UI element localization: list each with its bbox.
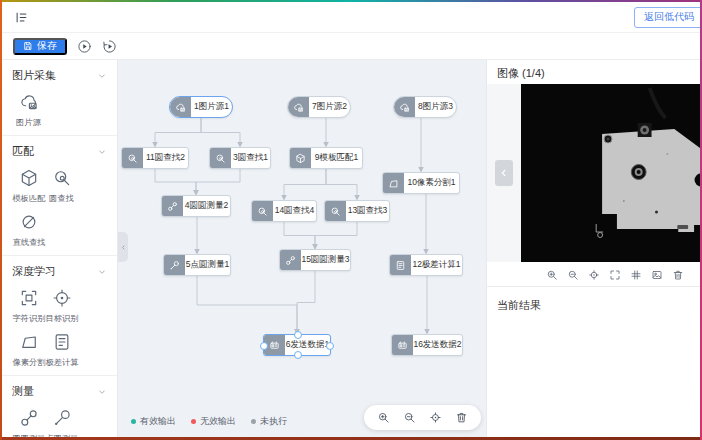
flow-node-n15[interactable]: 15圆圆测量3 xyxy=(279,249,351,271)
run-button[interactable] xyxy=(76,38,92,54)
send-data-icon xyxy=(392,335,413,355)
circle-find-icon xyxy=(252,201,273,221)
flow-node-n14[interactable]: 14圆查找4 xyxy=(251,200,317,222)
flow-node-n16[interactable]: 16发送数据2 xyxy=(391,334,463,356)
zoom-in-icon[interactable] xyxy=(377,411,390,424)
fullscreen-icon[interactable] xyxy=(609,269,621,281)
inspection-image[interactable] xyxy=(521,84,700,262)
flow-node-n3[interactable]: 3圆查找1 xyxy=(209,147,271,169)
flow-node-n13[interactable]: 13圆查找3 xyxy=(324,200,390,222)
locate-icon[interactable] xyxy=(429,411,442,424)
sidebar-item-极差计算[interactable]: 极差计算 xyxy=(46,332,77,369)
sidebar-collapse-handle[interactable] xyxy=(118,232,128,262)
flow-node-n11[interactable]: 11圆查找2 xyxy=(121,147,189,169)
top-bar: 返回低代码 xyxy=(2,2,700,33)
sidebar-item-像素分割[interactable]: 像素分割 xyxy=(13,332,44,369)
viewer-nav-strip xyxy=(487,84,521,262)
cube-icon xyxy=(19,168,39,188)
flow-node-n12[interactable]: 12极差计算1 xyxy=(389,254,463,276)
legend-item: 未执行 xyxy=(251,415,287,428)
trash-icon[interactable] xyxy=(455,411,468,424)
flow-node-n8[interactable]: 8图片源3 xyxy=(393,96,457,118)
status-legend: 有效输出 无效输出 未执行 xyxy=(131,415,287,428)
sidebar-section-3: 深度学习 字符识别 目标识别 像素分割 极差计算 xyxy=(2,256,117,376)
run-continuous-button[interactable] xyxy=(101,38,117,54)
back-to-lowcode-button[interactable]: 返回低代码 xyxy=(634,7,700,28)
chevron-down-icon[interactable] xyxy=(97,71,107,81)
sidebar-item-直线查找[interactable]: 直线查找 xyxy=(13,212,44,249)
main-area: 图片采集 图片源 匹配 模板匹配 圆查找 直线查找 深度学习 字符识别 目标识别… xyxy=(2,60,700,438)
sidebar-item-圆圆测量[interactable]: 圆圆测量 xyxy=(13,408,44,438)
sidebar-section-4: 测量 圆圆测量 点圆测量 点点测量 xyxy=(2,376,117,438)
calc-icon xyxy=(52,332,72,352)
image-toolbar xyxy=(487,262,700,286)
flow-canvas[interactable]: 有效输出 无效输出 未执行 1图片源1 7图片源2 8图片源3 11圆查找2 3… xyxy=(118,60,486,438)
measure-point-circle-icon xyxy=(164,255,185,275)
section-header[interactable]: 测量 xyxy=(12,378,107,401)
image-source-icon xyxy=(288,97,309,117)
section-header[interactable]: 匹配 xyxy=(12,138,107,161)
image-source-icon xyxy=(394,97,415,117)
grid-icon[interactable] xyxy=(630,269,642,281)
flow-node-n4[interactable]: 4圆圆测量2 xyxy=(161,195,231,217)
current-result-title: 当前结果 xyxy=(487,287,700,324)
zoom-out-icon[interactable] xyxy=(403,411,416,424)
flow-node-n6[interactable]: 6发送数据1 xyxy=(263,334,331,356)
chevron-down-icon[interactable] xyxy=(97,267,107,277)
image-panel-title: 图像 (1/4) xyxy=(487,60,700,84)
flow-node-n5[interactable]: 5点圆测量1 xyxy=(163,254,231,276)
sidebar-item-点圆测量[interactable]: 点圆测量 xyxy=(46,408,77,438)
section-items: 模板匹配 圆查找 直线查找 xyxy=(12,161,107,249)
measure-circle-circle-icon xyxy=(19,408,39,428)
line-find-icon xyxy=(19,212,39,232)
segment-icon xyxy=(19,332,39,352)
sidebar-item-模板匹配[interactable]: 模板匹配 xyxy=(13,168,44,205)
save-button[interactable]: 保存 xyxy=(13,38,67,55)
snapshot-icon[interactable] xyxy=(651,269,663,281)
image-panel: 图像 (1/4) xyxy=(486,60,700,438)
image-viewer xyxy=(487,84,700,262)
zoom-out-icon[interactable] xyxy=(567,269,579,281)
measure-point-circle-icon xyxy=(52,408,72,428)
node-connection-handle[interactable] xyxy=(260,342,268,350)
circle-find-icon xyxy=(210,148,231,168)
legend-item: 有效输出 xyxy=(131,415,176,428)
sidebar-item-圆查找[interactable]: 圆查找 xyxy=(46,168,77,205)
chevron-down-icon[interactable] xyxy=(97,147,107,157)
image-source-icon xyxy=(170,97,191,117)
flow-node-n1[interactable]: 1图片源1 xyxy=(169,96,233,118)
section-header[interactable]: 深度学习 xyxy=(12,258,107,281)
flow-node-n7[interactable]: 7图片源2 xyxy=(287,96,351,118)
previous-image-button[interactable] xyxy=(495,160,513,186)
node-connection-handle[interactable] xyxy=(326,342,334,350)
section-items: 圆圆测量 点圆测量 点点测量 xyxy=(12,401,107,438)
sidebar-item-目标识别[interactable]: 目标识别 xyxy=(46,288,77,325)
sidebar-item-字符识别[interactable]: 字符识别 xyxy=(13,288,44,325)
node-connection-handle[interactable] xyxy=(294,331,302,339)
legend-dot xyxy=(191,419,196,424)
ocr-icon xyxy=(19,288,39,308)
segment-icon xyxy=(383,173,404,193)
calc-icon xyxy=(390,255,411,275)
section-items: 字符识别 目标识别 像素分割 极差计算 xyxy=(12,281,107,369)
menu-icon[interactable] xyxy=(14,10,29,25)
action-toolbar: 保存 xyxy=(2,33,700,60)
measure-circle-circle-icon xyxy=(280,250,301,270)
circle-find-icon xyxy=(52,168,72,188)
locate-icon[interactable] xyxy=(588,269,600,281)
flow-node-n9[interactable]: 9模板匹配1 xyxy=(289,147,363,169)
zoom-in-icon[interactable] xyxy=(546,269,558,281)
legend-item: 无效输出 xyxy=(191,415,236,428)
canvas-zoom-controls xyxy=(364,405,481,430)
sidebar-item-图片源[interactable]: 图片源 xyxy=(13,92,44,129)
save-icon xyxy=(23,41,33,51)
flow-node-n10[interactable]: 10像素分割1 xyxy=(382,172,460,194)
target-icon xyxy=(52,288,72,308)
measure-circle-circle-icon xyxy=(162,196,183,216)
sidebar-section-1: 图片采集 图片源 xyxy=(2,60,117,136)
trash-icon[interactable] xyxy=(672,269,684,281)
section-header[interactable]: 图片采集 xyxy=(12,62,107,85)
chevron-down-icon[interactable] xyxy=(97,387,107,397)
circle-find-icon xyxy=(122,148,143,168)
node-connection-handle[interactable] xyxy=(294,351,302,359)
